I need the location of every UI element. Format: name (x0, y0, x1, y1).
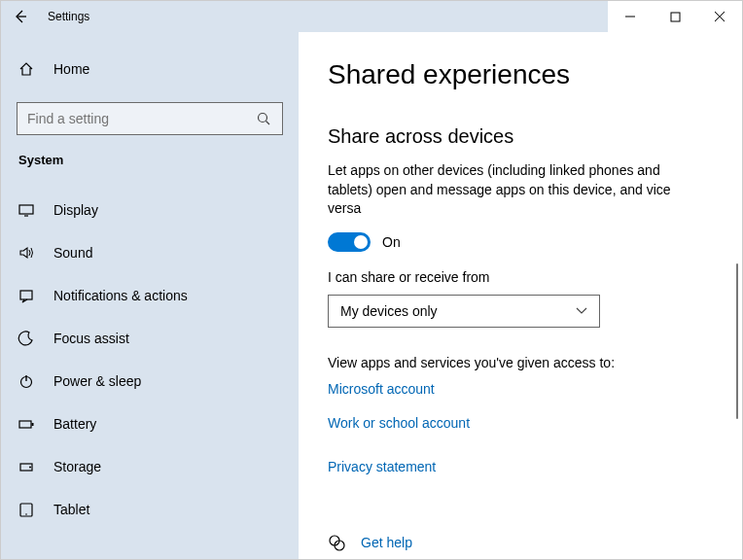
sidebar-item-sound[interactable]: Sound (17, 231, 283, 274)
sidebar-item-label: Sound (53, 245, 92, 261)
toggle-state-label: On (382, 234, 401, 250)
sidebar-item-label: Focus assist (53, 331, 129, 346)
arrow-left-icon (13, 9, 28, 24)
share-toggle[interactable] (328, 232, 371, 252)
tablet-icon (17, 501, 36, 518)
share-from-dropdown[interactable]: My devices only (328, 295, 600, 328)
svg-rect-6 (32, 423, 34, 426)
minimize-icon (624, 11, 636, 22)
sidebar: Home System Display Sound Notifications … (1, 32, 299, 560)
sidebar-item-battery[interactable]: Battery (17, 402, 283, 445)
svg-rect-5 (19, 421, 31, 428)
section-heading: Share across devices (328, 125, 713, 148)
maximize-icon (670, 12, 681, 22)
display-icon (17, 201, 36, 219)
close-button[interactable] (697, 1, 742, 32)
power-icon (17, 372, 36, 390)
notifications-icon (17, 287, 36, 304)
share-from-label: I can share or receive from (328, 269, 713, 285)
sidebar-item-label: Battery (53, 416, 96, 432)
home-label: Home (53, 61, 89, 77)
get-help-link: Get help (361, 535, 412, 550)
sidebar-item-label: Storage (53, 459, 101, 474)
chevron-down-icon (576, 307, 587, 315)
sidebar-item-notifications[interactable]: Notifications & actions (17, 274, 283, 317)
search-icon (255, 111, 272, 126)
sidebar-item-storage[interactable]: Storage (17, 445, 283, 488)
focus-assist-icon (17, 330, 36, 347)
home-nav-item[interactable]: Home (17, 52, 283, 87)
sound-icon (17, 244, 36, 262)
microsoft-account-link[interactable]: Microsoft account (328, 381, 435, 397)
main-panel: Shared experiences Share across devices … (299, 32, 742, 560)
sidebar-item-label: Tablet (53, 502, 89, 517)
description-text: Let apps on other devices (including lin… (328, 161, 697, 219)
window-title: Settings (48, 10, 89, 23)
sidebar-item-display[interactable]: Display (17, 189, 283, 231)
scrollbar[interactable] (736, 263, 738, 419)
section-title: System (18, 153, 283, 167)
search-input[interactable] (27, 111, 255, 126)
get-help-row[interactable]: Get help (328, 534, 412, 551)
sidebar-item-focus-assist[interactable]: Focus assist (17, 317, 283, 360)
access-text: View apps and services you've given acce… (328, 355, 713, 370)
svg-point-8 (29, 467, 31, 469)
battery-icon (17, 415, 36, 433)
page-title: Shared experiences (328, 59, 713, 90)
sidebar-item-tablet[interactable]: Tablet (17, 488, 283, 531)
work-school-account-link[interactable]: Work or school account (328, 415, 470, 431)
svg-rect-2 (19, 205, 33, 214)
maximize-button[interactable] (653, 1, 697, 32)
sidebar-item-label: Display (53, 202, 98, 218)
sidebar-item-label: Notifications & actions (53, 288, 188, 303)
svg-point-10 (25, 513, 27, 515)
dropdown-value: My devices only (340, 303, 438, 319)
home-icon (17, 60, 36, 78)
help-icon (328, 534, 345, 551)
minimize-button[interactable] (608, 1, 653, 32)
close-icon (714, 11, 725, 22)
privacy-statement-link[interactable]: Privacy statement (328, 459, 436, 474)
sidebar-item-power-sleep[interactable]: Power & sleep (17, 360, 283, 402)
svg-rect-0 (671, 13, 680, 21)
back-button[interactable] (1, 1, 40, 32)
sidebar-item-label: Power & sleep (53, 373, 141, 389)
storage-icon (17, 458, 36, 475)
search-box[interactable] (17, 102, 283, 135)
svg-point-1 (259, 114, 267, 122)
svg-rect-3 (20, 291, 32, 299)
